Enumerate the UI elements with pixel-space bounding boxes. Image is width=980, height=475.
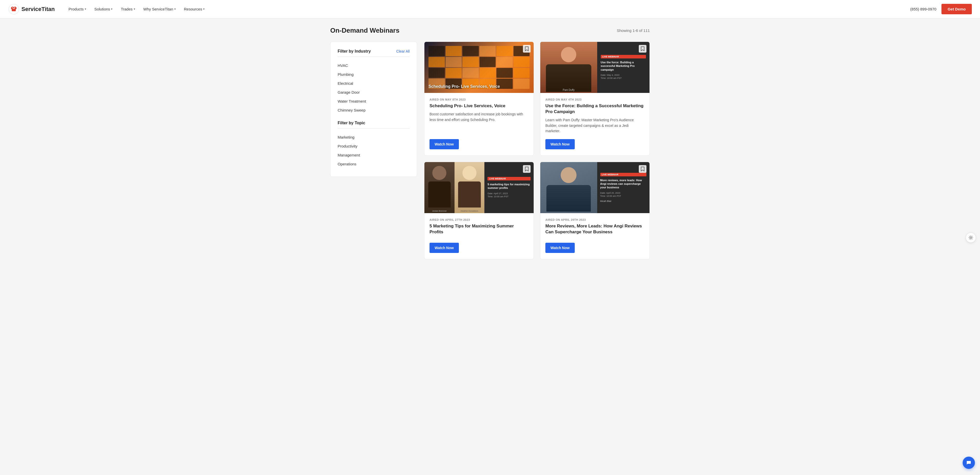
filter-industry-title: Filter by Industry [338,49,371,54]
presenter1-name: Jordan Bremner [425,210,455,212]
watch-now-button-2[interactable]: Watch Now [546,139,575,149]
live-badge-4: Live Webinar [600,173,646,176]
filter-hvac[interactable]: HVAC [338,61,410,70]
solutions-chevron-icon: ▾ [111,7,113,11]
grid-cell [463,46,479,56]
filter-garage-door[interactable]: Garage Door [338,88,410,97]
presenter-area-2: Pam Duffy [540,42,597,93]
card-body-2: AIRED ON MAY 4TH 2023 Use the Force: Bui… [540,93,649,155]
card-desc-2: Learn with Pam Duffy: Master Marketing P… [546,117,644,134]
svg-rect-2 [12,9,16,11]
logo-text: ServiceTitan [21,6,55,13]
products-chevron-icon: ▾ [85,7,86,11]
card-aired-4: AIRED ON APRIL 20TH 2023 [546,218,644,221]
why-chevron-icon: ▾ [174,7,176,11]
thumb-title-1: Scheduling Pro- Live Services, Voice [428,84,500,89]
grid-cell [463,68,479,78]
card-title-2: Use the Force: Building a Successful Mar… [546,103,644,115]
filter-chimney-sweep[interactable]: Chimney Sweep [338,106,410,115]
grid-cell [445,68,462,78]
bookmark-icon-1[interactable] [523,45,531,53]
filter-marketing[interactable]: Marketing [338,133,410,142]
grid-cell [496,57,513,67]
live-badge-2: Live Webinar [601,55,646,59]
grid-cell [479,68,496,78]
card-thumbnail-1: Scheduling Pro- Live Services, Voice [425,42,534,93]
clear-all-button[interactable]: Clear All [396,49,410,53]
webinar-card-3: Jordan Bremner Heather Donaldson Live We… [424,162,534,259]
main-layout: Filter by Industry Clear All HVAC Plumbi… [330,41,650,259]
presenter1-body [428,182,451,207]
filter-topic-title: Filter by Topic [338,121,365,125]
card-body-1: AIRED ON MAY 8TH 2023 Scheduling Pro- Li… [425,93,534,155]
grid-cell [445,57,462,67]
presenter2-head [463,166,476,180]
filter-topic-header: Filter by Topic [338,121,410,125]
grid-cell [479,46,496,56]
topic-section: Filter by Topic Marketing Productivity M… [338,121,410,169]
card-title-1: Scheduling Pro- Live Services, Voice [430,103,528,109]
nav-resources[interactable]: Resources ▾ [180,5,208,13]
grid-cell [428,57,445,67]
page-title: On-Demand Webinars [330,27,399,35]
logo-icon [8,3,19,15]
presenter-image-2 [540,42,597,93]
svg-point-5 [970,237,972,238]
thumb-card-title-2: Use the force: Building a successful Mar… [601,61,646,72]
watch-now-button-4[interactable]: Watch Now [546,243,575,253]
card-aired-2: AIRED ON MAY 4TH 2023 [546,98,644,101]
bookmark-icon-4[interactable] [639,165,646,173]
card-aired-1: AIRED ON MAY 8TH 2023 [430,98,528,101]
resources-chevron-icon: ▾ [203,7,205,11]
watch-now-button-3[interactable]: Watch Now [430,243,459,253]
presenter-body-4 [546,185,591,212]
presenter-area-4 [540,162,597,213]
card-desc-1: Boost customer satisfaction and increase… [430,112,528,134]
filter-electrical[interactable]: Electrical [338,79,410,88]
card-title-3: 5 Marketing Tips for Maximizing Summer P… [430,223,528,235]
presenter1-area: Jordan Bremner [425,162,455,213]
showing-count: Showing 1-6 of 111 [617,28,650,33]
thumb-detail-3: Date: April 27, 2023 Time: 10:00 am PST [487,192,531,198]
presenter-head-4 [561,167,576,183]
filter-productivity[interactable]: Productivity [338,142,410,151]
nav-solutions[interactable]: Solutions ▾ [91,5,116,13]
thumb-detail-4: Date: April 20, 2023 Time: 10:00 am PST [600,191,646,198]
get-demo-button[interactable]: Get Demo [942,4,972,14]
presenter1-head [432,166,446,180]
bookmark-icon-2[interactable] [639,45,646,53]
phone-number: (855) 899-0970 [910,7,937,11]
page-header: On-Demand Webinars Showing 1-6 of 111 [330,27,650,35]
filter-water-treatment[interactable]: Water Treatment [338,97,410,106]
grid-cell [428,68,445,78]
card-thumbnail-3: Jordan Bremner Heather Donaldson Live We… [425,162,534,213]
nav-why-servicetitan[interactable]: Why ServiceTitan ▾ [140,5,180,13]
topic-divider [338,128,410,129]
filter-management[interactable]: Management [338,151,410,159]
presenter-name-2: Pam Duffy [540,89,597,91]
bookmark-icon-3[interactable] [523,165,531,173]
grid-cell [428,46,445,56]
page-content: On-Demand Webinars Showing 1-6 of 111 Fi… [324,18,656,268]
live-badge-3: Live Webinar [487,177,531,180]
filter-plumbing[interactable]: Plumbing [338,70,410,79]
trades-chevron-icon: ▾ [134,7,135,11]
grid-cell [445,46,462,56]
grid-cell [479,57,496,67]
nav-trades[interactable]: Trades ▾ [117,5,138,13]
watch-now-button-1[interactable]: Watch Now [430,139,459,149]
filter-operations[interactable]: Operations [338,159,410,169]
presenter-head-2 [561,47,576,62]
nav-products[interactable]: Products ▾ [65,5,89,13]
logo[interactable]: ServiceTitan [8,3,55,15]
thumb-card-title-3: 5 marketing tips for maximizing summer p… [487,182,531,190]
card-thumbnail-2: Pam Duffy Live Webinar Use the force: Bu… [540,42,649,93]
thumb-detail-2: Date: May 4, 2023 Time: 10:00 am PST [601,73,646,80]
presenter2-area: Heather Donaldson [455,162,485,213]
settings-icon[interactable] [966,233,976,243]
navbar: ServiceTitan Products ▾ Solutions ▾ Trad… [0,0,980,18]
filter-industry-header: Filter by Industry Clear All [338,49,410,54]
card-aired-3: AIRED ON APRIL 27TH 2023 [430,218,528,221]
navbar-nav: Products ▾ Solutions ▾ Trades ▾ Why Serv… [65,5,910,13]
card-body-3: AIRED ON APRIL 27TH 2023 5 Marketing Tip… [425,213,534,259]
